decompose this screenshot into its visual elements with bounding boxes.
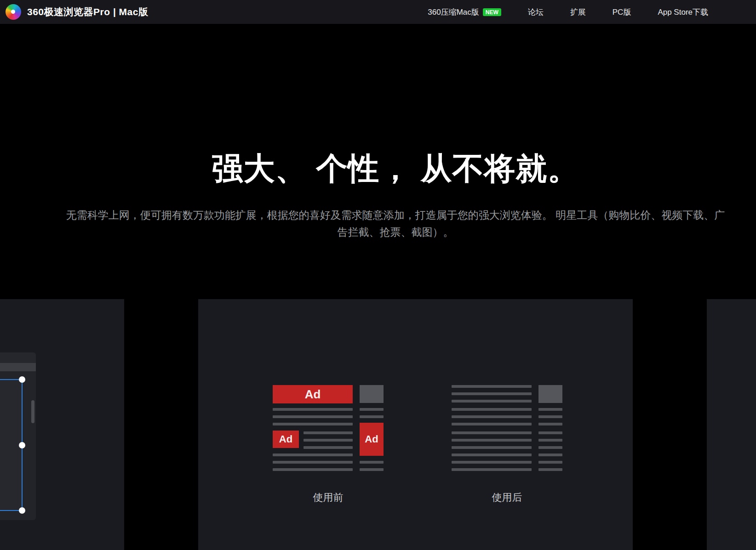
browser-window-mockup	[0, 352, 36, 520]
text-line-placeholder	[273, 454, 353, 456]
text-line-placeholder	[304, 446, 353, 449]
text-line-placeholder	[452, 408, 532, 411]
adblock-before-mockup: Ad Ad Ad	[273, 385, 384, 471]
text-line-placeholder	[304, 439, 353, 442]
nav-item-label: App Store下载	[658, 7, 708, 17]
new-badge: NEW	[483, 8, 501, 16]
text-line-placeholder	[360, 468, 384, 471]
text-line-placeholder	[452, 446, 532, 449]
hero-subtitle: 无需科学上网，便可拥有数万款功能扩展，根据您的喜好及需求随意添加，打造属于您的强…	[0, 207, 756, 241]
text-line-placeholder	[360, 415, 384, 418]
nav-item-label: PC版	[613, 7, 631, 17]
text-line-placeholder	[538, 468, 562, 471]
nav-item-forum[interactable]: 论坛	[528, 7, 544, 17]
text-line-placeholder	[452, 392, 532, 395]
text-line-placeholder	[452, 431, 532, 434]
text-line-placeholder	[273, 415, 353, 418]
text-line-placeholder	[538, 439, 562, 442]
text-line-placeholder	[452, 439, 532, 442]
image-placeholder	[360, 385, 384, 403]
text-line-placeholder	[452, 461, 532, 464]
product-title: 360极速浏览器Pro | Mac版	[27, 6, 148, 18]
carousel-slide-next	[707, 299, 756, 550]
hero-subtitle-line1: 无需科学上网，便可拥有数万款功能扩展，根据您的喜好及需求随意添加，打造属于您的强…	[0, 207, 756, 224]
page: 360极速浏览器Pro | Mac版 360压缩Mac版 NEW 论坛 扩展 P…	[0, 0, 756, 550]
selection-handle-middle-right[interactable]	[19, 442, 25, 448]
nav-item-label: 扩展	[570, 7, 586, 17]
image-placeholder	[538, 385, 562, 403]
text-line-placeholder	[538, 431, 562, 434]
text-line-placeholder	[538, 454, 562, 456]
after-label: 使用后	[452, 491, 562, 505]
text-line-placeholder	[452, 385, 532, 388]
selection-handle-bottom-right[interactable]	[19, 507, 25, 514]
text-line-placeholder	[538, 446, 562, 449]
text-line-placeholder	[452, 468, 532, 471]
window-scrollbar[interactable]	[31, 400, 34, 423]
ad-sidebar-box: Ad	[360, 423, 384, 456]
text-line-placeholder	[538, 408, 562, 411]
text-line-placeholder	[273, 408, 353, 411]
brand-home-link[interactable]: 360极速浏览器Pro | Mac版	[6, 0, 148, 24]
text-line-placeholder	[452, 400, 532, 403]
nav-item-extensions[interactable]: 扩展	[570, 7, 586, 17]
browser-logo-icon	[6, 4, 21, 20]
carousel-slide-screenshot-tool	[0, 299, 124, 550]
top-navigation-bar: 360极速浏览器Pro | Mac版 360压缩Mac版 NEW 论坛 扩展 P…	[0, 0, 756, 24]
text-line-placeholder	[538, 461, 562, 464]
before-label: 使用前	[273, 491, 384, 505]
text-line-placeholder	[360, 461, 384, 464]
text-line-placeholder	[452, 423, 532, 425]
nav-item-appstore-download[interactable]: App Store下载	[658, 7, 708, 17]
text-line-placeholder	[452, 415, 532, 418]
nav-item-label: 论坛	[528, 7, 544, 17]
text-line-placeholder	[273, 423, 353, 425]
screenshot-selection-rectangle[interactable]	[0, 379, 23, 511]
nav-item-360zip-mac[interactable]: 360压缩Mac版 NEW	[428, 7, 501, 17]
text-line-placeholder	[538, 415, 562, 418]
hero-subtitle-line2: 告拦截、抢票、截图）。	[0, 224, 756, 241]
text-line-placeholder	[273, 468, 353, 471]
nav-menu: 360压缩Mac版 NEW 论坛 扩展 PC版 App Store下载	[428, 0, 708, 24]
text-line-placeholder	[360, 408, 384, 411]
hero-heading: 强大、 个性， 从不将就。	[0, 148, 756, 190]
window-toolbar	[0, 363, 36, 371]
text-line-placeholder	[273, 461, 353, 464]
text-line-placeholder	[304, 431, 353, 434]
content-wrapper: 360极速浏览器Pro | Mac版 360压缩Mac版 NEW 论坛 扩展 P…	[0, 0, 756, 550]
ad-banner: Ad	[273, 385, 353, 403]
selection-handle-top-right[interactable]	[19, 376, 25, 383]
text-line-placeholder	[452, 454, 532, 456]
window-titlebar	[0, 352, 36, 363]
ad-inline-box: Ad	[273, 431, 299, 448]
nav-item-pc-version[interactable]: PC版	[613, 7, 631, 17]
nav-item-label: 360压缩Mac版	[428, 7, 479, 17]
text-line-placeholder	[538, 423, 562, 425]
adblock-after-mockup	[452, 385, 562, 471]
carousel-slide-adblock: Ad Ad Ad	[198, 299, 633, 550]
